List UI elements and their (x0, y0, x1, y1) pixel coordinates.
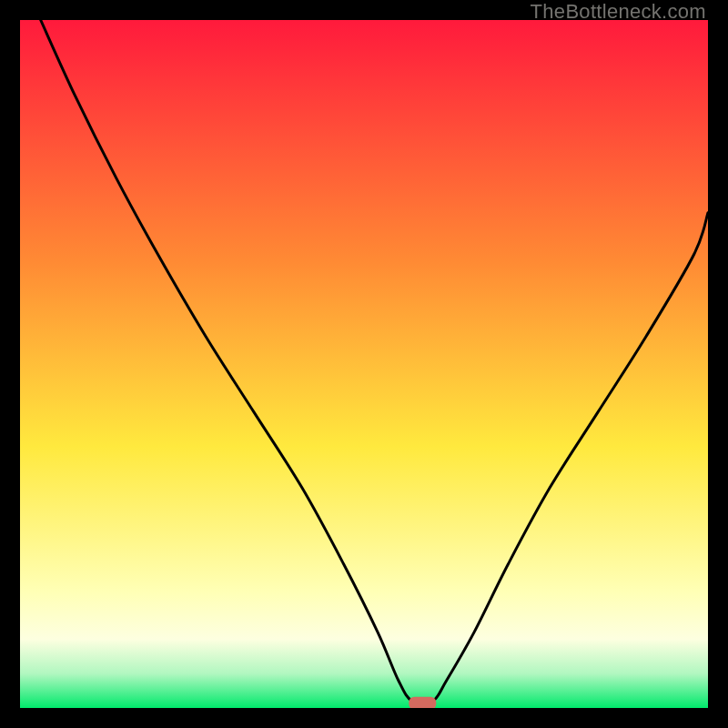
optimal-marker (409, 697, 436, 708)
bottleneck-chart (20, 20, 708, 708)
chart-frame (20, 20, 708, 708)
